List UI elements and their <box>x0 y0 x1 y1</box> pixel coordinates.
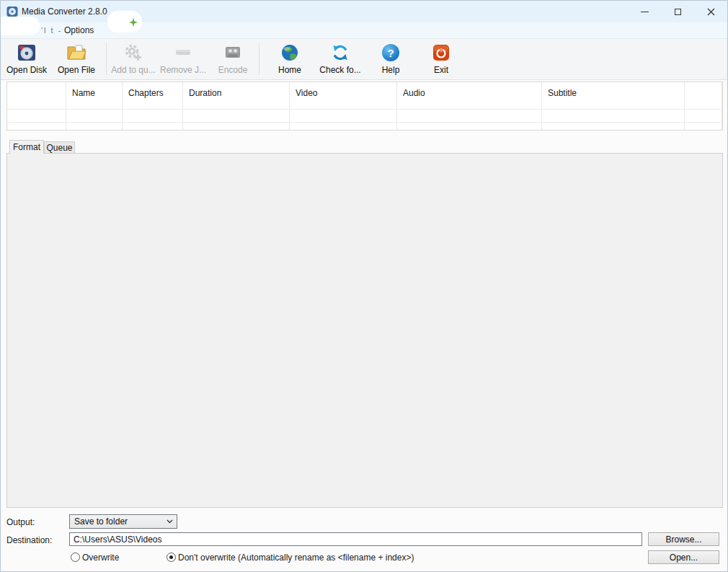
app-window: Media Converter 2.8.0 'l t - Options <box>0 0 728 572</box>
minimize-button[interactable] <box>628 1 661 22</box>
maximize-icon <box>675 9 681 15</box>
column-header-select[interactable] <box>7 82 66 130</box>
toolbar-label: Encode <box>218 65 248 75</box>
toolbar-help-button[interactable]: ? Help <box>374 40 407 78</box>
toolbar-label: Home <box>278 65 301 75</box>
toolbar-label: Open File <box>58 65 95 75</box>
tab-queue[interactable]: Queue <box>44 141 75 153</box>
toolbar-label: Remove J... <box>160 65 206 75</box>
close-button[interactable] <box>694 1 727 22</box>
tab-format[interactable]: Format <box>9 140 44 154</box>
help-icon: ? <box>382 42 399 63</box>
overwrite-label: Overwrite <box>82 553 119 563</box>
column-header-audio[interactable]: Audio <box>397 82 542 130</box>
destination-input[interactable] <box>69 532 642 546</box>
column-header-duration[interactable]: Duration <box>183 82 290 130</box>
remove-icon <box>174 42 192 63</box>
toolbar-remove-job-button[interactable]: Remove J... <box>160 40 206 78</box>
capture-artifact-sparkle-icon <box>129 18 138 29</box>
column-header-spacer <box>685 82 722 130</box>
gear-plus-icon <box>124 42 143 63</box>
caption-buttons <box>628 1 727 22</box>
toolbar-label: Add to qu... <box>111 65 155 75</box>
toolbar-separator <box>106 43 107 75</box>
toolbar-encode-button[interactable]: Encode <box>213 40 253 78</box>
output-mode-combobox[interactable]: Save to folder <box>69 514 177 529</box>
browse-button[interactable]: Browse... <box>648 532 719 546</box>
close-icon <box>707 8 715 16</box>
toolbar-label: Exit <box>434 65 448 75</box>
minimize-icon <box>641 12 649 12</box>
toolbar-label: Check fo... <box>319 65 360 75</box>
open-folder-icon <box>66 42 86 63</box>
chevron-down-icon <box>167 519 173 524</box>
output-label: Output: <box>6 517 35 527</box>
encode-icon <box>224 42 241 63</box>
disc-icon <box>17 42 36 63</box>
toolbar-check-updates-button[interactable]: Check fo... <box>316 40 364 78</box>
dont-overwrite-radio[interactable] <box>167 553 176 562</box>
format-tab-page <box>6 153 723 508</box>
table-header-divider <box>7 109 722 110</box>
toolbar-home-button[interactable]: Home <box>269 40 311 78</box>
column-header-chapters[interactable]: Chapters <box>123 82 183 130</box>
globe-icon <box>280 42 299 63</box>
toolbar-label: Open Disk <box>6 65 47 75</box>
dont-overwrite-label: Don't overwrite (Automatically rename as… <box>178 553 414 563</box>
toolbar-open-file-button[interactable]: Open File <box>54 40 99 78</box>
column-header-subtitle[interactable]: Subtitle <box>542 82 685 130</box>
menu-options[interactable]: Options <box>61 25 97 35</box>
toolbar-separator <box>259 43 259 75</box>
media-list-table: Name Chapters Duration Video Audio Subti… <box>6 82 723 131</box>
toolbar-add-to-queue-button[interactable]: Add to qu... <box>110 40 156 78</box>
destination-label: Destination: <box>6 535 52 545</box>
capture-artifact-blob <box>0 17 40 35</box>
maximize-button[interactable] <box>661 1 694 22</box>
column-header-video[interactable]: Video <box>290 82 397 130</box>
toolbar-exit-button[interactable]: Exit <box>425 40 458 78</box>
overwrite-radio[interactable] <box>71 553 80 562</box>
toolbar-open-disk-button[interactable]: Open Disk <box>4 40 50 78</box>
refresh-icon <box>331 42 350 63</box>
power-icon <box>432 42 450 63</box>
open-button[interactable]: Open... <box>648 550 719 564</box>
output-mode-value: Save to folder <box>74 516 128 527</box>
window-title: Media Converter 2.8.0 <box>22 6 107 17</box>
toolbar-label: Help <box>382 65 400 75</box>
render-artifact-text: 'l t - <box>41 26 62 35</box>
table-row-divider <box>7 122 722 123</box>
toolbar: Open Disk Open File <box>1 38 727 80</box>
column-header-name[interactable]: Name <box>66 82 123 130</box>
